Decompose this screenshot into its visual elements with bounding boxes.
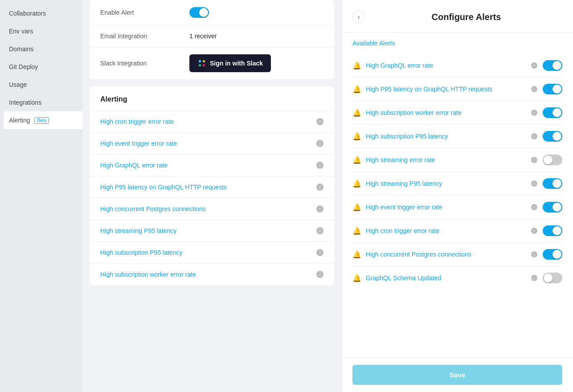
sidebar-item-label: Collaborators — [9, 10, 46, 17]
back-button[interactable]: › — [352, 11, 365, 23]
alert-row-3[interactable]: High P95 latency on GraphQL HTTP request… — [90, 176, 334, 198]
alert-config-row-7: 🔔 High cron trigger error rate i — [352, 219, 562, 243]
alert-toggle-9[interactable] — [543, 273, 562, 283]
info-icon: i — [531, 251, 537, 257]
email-integration-label: Email Integration — [100, 33, 189, 40]
alert-name: High P95 latency on GraphQL HTTP request… — [100, 184, 314, 191]
sidebar-item-collaborators[interactable]: Collaborators — [0, 4, 82, 22]
slack-signin-button[interactable]: Sign in with Slack — [189, 54, 271, 72]
toggle-track[interactable] — [543, 178, 562, 189]
beta-badge: Beta — [34, 117, 49, 124]
configure-title: Configure Alerts — [370, 12, 562, 22]
toggle-thumb — [553, 226, 561, 235]
sidebar-item-env-vars[interactable]: Env vars — [0, 22, 82, 40]
toggle-thumb — [553, 203, 561, 212]
bell-icon: 🔔 — [352, 250, 361, 259]
sidebar-item-label: Alerting — [9, 117, 30, 124]
info-icon: i — [316, 162, 323, 169]
alert-toggle-2[interactable] — [543, 107, 562, 118]
alert-toggle-6[interactable] — [543, 202, 562, 212]
alert-config-row-6: 🔔 High event trigger error rate i — [352, 196, 562, 219]
alert-config-name: GraphQL Schema Updated — [366, 274, 528, 282]
alert-config-name: High subscription worker error rate — [366, 109, 528, 116]
toggle-track[interactable] — [543, 249, 562, 260]
sidebar-item-label: Domains — [9, 45, 33, 53]
info-icon: i — [316, 227, 323, 234]
configure-body: Available Alerts 🔔 High GraphQL error ra… — [342, 33, 573, 357]
info-icon: i — [316, 184, 323, 191]
toggle-thumb — [553, 61, 561, 70]
alert-toggle-5[interactable] — [543, 178, 562, 189]
bell-icon: 🔔 — [352, 227, 361, 235]
info-icon: i — [531, 62, 537, 69]
enable-alert-label: Enable Alert — [100, 9, 189, 16]
bell-icon: 🔔 — [352, 85, 361, 94]
alert-row-2[interactable]: High GraphQL error rate i — [90, 155, 334, 176]
alert-config-name: High event trigger error rate — [366, 204, 528, 211]
sidebar-item-label: Usage — [9, 81, 27, 88]
alert-row-4[interactable]: High concurrent Postgres connections i — [90, 198, 334, 220]
sidebar: Collaborators Env vars Domains Git Deplo… — [0, 0, 82, 392]
info-icon: i — [531, 157, 537, 163]
toggle-track[interactable] — [543, 60, 562, 71]
info-icon: i — [316, 140, 323, 147]
toggle-track[interactable] — [543, 202, 562, 212]
toggle-track[interactable] — [543, 273, 562, 283]
configure-panel: › Configure Alerts Available Alerts 🔔 Hi… — [341, 0, 573, 392]
configure-header: › Configure Alerts — [342, 0, 573, 33]
info-icon: i — [531, 133, 537, 139]
toggle-track[interactable] — [543, 84, 562, 94]
email-integration-row: Email Integration 1 receiver — [90, 25, 334, 47]
toggle-track[interactable] — [543, 225, 562, 236]
sidebar-item-alerting[interactable]: Alerting Beta — [4, 111, 82, 129]
toggle-thumb — [553, 250, 561, 259]
enable-alert-toggle[interactable] — [189, 7, 209, 18]
alert-toggle-8[interactable] — [543, 249, 562, 260]
main-content: Enable Alert Email Integration 1 receive… — [82, 0, 341, 392]
toggle-track[interactable] — [543, 131, 562, 142]
alert-row-6[interactable]: High subscription P95 latency i — [90, 242, 334, 264]
alert-row-5[interactable]: High streaming P95 latency i — [90, 220, 334, 242]
sidebar-item-usage[interactable]: Usage — [0, 76, 82, 94]
alert-config-row-0: 🔔 High GraphQL error rate i — [352, 54, 562, 78]
toggle-thumb — [553, 179, 561, 188]
toggle-track[interactable] — [543, 155, 562, 165]
integrations-card: Enable Alert Email Integration 1 receive… — [90, 0, 334, 79]
toggle-thumb — [544, 274, 553, 282]
alert-toggle-3[interactable] — [543, 131, 562, 142]
toggle-thumb — [553, 132, 561, 141]
info-icon: i — [316, 271, 323, 278]
alert-config-row-3: 🔔 High subscription P95 latency i — [352, 125, 562, 148]
alert-toggle-4[interactable] — [543, 155, 562, 165]
svg-rect-3 — [203, 64, 205, 66]
sidebar-item-label: Env vars — [9, 28, 33, 35]
alert-name: High subscription worker error rate — [100, 271, 314, 278]
alert-config-name: High GraphQL error rate — [366, 62, 528, 69]
alert-row-7[interactable]: High subscription worker error rate i — [90, 264, 334, 285]
toggle-track[interactable] — [543, 107, 562, 118]
sidebar-item-label: Git Deploy — [9, 63, 38, 70]
bell-icon: 🔔 — [352, 203, 361, 212]
alert-toggle-1[interactable] — [543, 84, 562, 94]
sidebar-item-git-deploy[interactable]: Git Deploy — [0, 58, 82, 76]
sidebar-item-label: Integrations — [9, 99, 41, 106]
info-icon: i — [316, 118, 323, 125]
alert-toggle-7[interactable] — [543, 225, 562, 236]
alert-config-row-9: 🔔 GraphQL Schema Updated i — [352, 266, 562, 290]
alert-toggle-0[interactable] — [543, 60, 562, 71]
svg-rect-2 — [203, 60, 205, 62]
sidebar-item-domains[interactable]: Domains — [0, 40, 82, 58]
alert-name: High streaming P95 latency — [100, 227, 314, 234]
alert-name: High GraphQL error rate — [100, 162, 314, 169]
available-alerts-label: Available Alerts — [352, 40, 562, 47]
alert-config-row-8: 🔔 High concurrent Postgres connections i — [352, 243, 562, 266]
info-icon: i — [316, 249, 323, 256]
bell-icon: 🔔 — [352, 274, 361, 282]
sidebar-item-integrations[interactable]: Integrations — [0, 94, 82, 111]
alert-row-0[interactable]: High cron trigger error rate i — [90, 111, 334, 133]
toggle-track[interactable] — [189, 7, 209, 18]
alert-config-name: High P95 latency on GraphQL HTTP request… — [366, 86, 528, 93]
alert-row-1[interactable]: High event trigger error rate i — [90, 133, 334, 155]
save-button[interactable]: Save — [352, 365, 562, 385]
info-icon: i — [531, 228, 537, 234]
